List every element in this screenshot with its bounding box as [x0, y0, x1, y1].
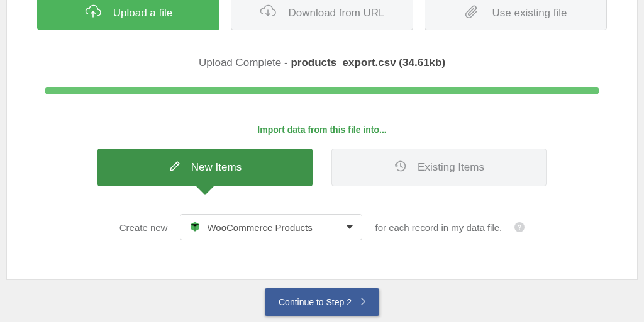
- help-icon[interactable]: ?: [514, 222, 525, 232]
- tab-new-items[interactable]: New Items: [97, 149, 313, 186]
- history-icon: [394, 159, 408, 176]
- entity-type-value: WooCommerce Products: [207, 222, 340, 233]
- source-row: Upload a file Download from URL Use: [7, 0, 637, 30]
- create-suffix: for each record in my data file.: [375, 222, 502, 233]
- download-url-label: Download from URL: [288, 7, 384, 20]
- status-filename: products_export.csv (34.61kb): [291, 57, 445, 69]
- upload-file-button[interactable]: Upload a file: [37, 0, 219, 30]
- import-panel: Upload a file Download from URL Use: [6, 0, 638, 280]
- status-prefix: Upload Complete -: [199, 57, 291, 69]
- chevron-right-icon: [360, 297, 365, 307]
- entity-type-select[interactable]: WooCommerce Products: [180, 214, 362, 240]
- tab-existing-label: Existing Items: [418, 161, 484, 174]
- create-prefix: Create new: [119, 222, 168, 233]
- existing-file-button[interactable]: Use existing file: [425, 0, 607, 30]
- progress-bar: [45, 87, 599, 94]
- upload-status: Upload Complete - products_export.csv (3…: [7, 57, 637, 69]
- cube-icon: [189, 221, 201, 234]
- upload-file-label: Upload a file: [113, 7, 173, 20]
- import-mode-tabs: New Items Existing Items: [7, 149, 637, 186]
- pencil-icon: [169, 160, 181, 176]
- continue-label: Continue to Step 2: [279, 297, 352, 307]
- cloud-upload-icon: [84, 4, 102, 23]
- existing-file-label: Use existing file: [492, 7, 567, 20]
- continue-button[interactable]: Continue to Step 2: [265, 288, 379, 316]
- create-row: Create new WooCommerce Products for each…: [7, 214, 637, 240]
- tab-new-label: New Items: [191, 161, 242, 174]
- attachment-icon: [464, 4, 480, 23]
- chevron-down-icon: [347, 225, 353, 229]
- import-prompt: Import data from this file into...: [7, 125, 637, 135]
- download-url-button[interactable]: Download from URL: [231, 0, 413, 30]
- tab-existing-items[interactable]: Existing Items: [331, 149, 547, 186]
- cloud-download-icon: [259, 4, 277, 23]
